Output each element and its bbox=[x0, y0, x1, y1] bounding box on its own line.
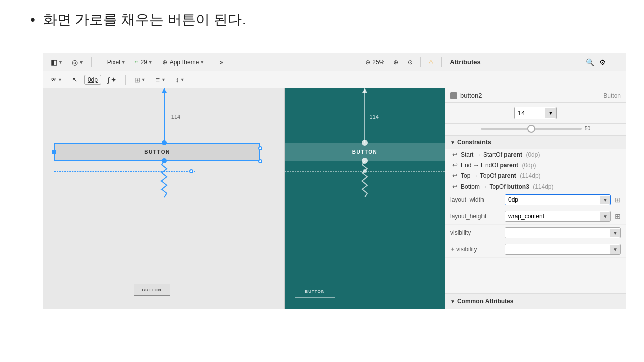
constraint-start-value: (0dp) bbox=[526, 151, 540, 158]
prop-layout-width: layout_width ▼ ⊞ bbox=[445, 192, 626, 208]
zoom-out-btn[interactable]: ⊖ 25% bbox=[362, 57, 388, 67]
theme-label: AppTheme bbox=[170, 59, 199, 66]
layout-width-dropdown[interactable]: ▼ bbox=[600, 196, 610, 204]
path-icon2: ✦ bbox=[111, 76, 117, 84]
pixel-selector-btn[interactable]: ☐ Pixel ▼ bbox=[96, 57, 129, 67]
canvas-area: BUTTON 114 bbox=[43, 88, 445, 309]
eye-icon: 👁 bbox=[51, 76, 57, 83]
zoom-in-btn[interactable]: ⊕ bbox=[390, 57, 402, 67]
layout-height-dropdown[interactable]: ▼ bbox=[600, 212, 610, 221]
eye-chevron: ▼ bbox=[58, 77, 62, 82]
warning-btn[interactable]: ⚠ bbox=[425, 57, 437, 67]
prev-vline-up bbox=[364, 88, 365, 143]
prev-zigzag-svg bbox=[360, 161, 370, 201]
slider-track[interactable] bbox=[481, 128, 582, 130]
constraint-start: ↩ Start → StartOf parent (0dp) bbox=[445, 149, 626, 160]
align-tool-btn[interactable]: ≡ ▼ bbox=[152, 74, 169, 85]
size-input[interactable] bbox=[515, 107, 545, 119]
component-row: button2 Button bbox=[445, 88, 626, 103]
more-options-btn[interactable]: » bbox=[216, 57, 227, 67]
korean-heading: • 화면 가로를 채우는 버튼이 된다. bbox=[30, 10, 246, 29]
prop-visibility: visibility ▼ bbox=[445, 225, 626, 241]
visibility-input-group: ▼ bbox=[505, 227, 621, 238]
main-toolbar: ◧ ▼ ◎ ▼ ☐ Pixel ▼ ≈ 29 ▼ ⊕ AppTheme ▼ » … bbox=[43, 53, 626, 71]
prop-layout-height-label: layout_height bbox=[450, 213, 501, 220]
ide-container: ◧ ▼ ◎ ▼ ☐ Pixel ▼ ≈ 29 ▼ ⊕ AppTheme ▼ » … bbox=[43, 53, 626, 309]
attr-settings-icon[interactable]: ⚙ bbox=[599, 58, 606, 66]
layout-height-input[interactable] bbox=[505, 211, 600, 221]
slider-thumb[interactable] bbox=[527, 125, 535, 133]
layers-icon: ◧ bbox=[51, 58, 57, 66]
cursor-tool-btn[interactable]: ↖ bbox=[69, 75, 81, 85]
size-dropdown-btn[interactable]: ▼ bbox=[545, 108, 556, 118]
grid-tool-btn[interactable]: ⊞ ▼ bbox=[131, 74, 149, 85]
prev-arrow-up bbox=[362, 88, 367, 93]
animated-visibility-input-group: ▼ bbox=[505, 244, 621, 255]
animated-visibility-input[interactable] bbox=[505, 244, 610, 254]
distribute-icon: ↕ bbox=[176, 76, 179, 84]
animated-visibility-dropdown[interactable]: ▼ bbox=[610, 245, 620, 254]
margin-input-btn[interactable]: 0dp bbox=[84, 75, 101, 85]
blueprint-panel[interactable]: BUTTON 114 bbox=[43, 88, 285, 309]
preview-button-label: BUTTON bbox=[352, 149, 377, 155]
constraint-start-icon: ↩ bbox=[452, 151, 458, 158]
bp-dashed-line bbox=[54, 171, 195, 172]
api-level-btn[interactable]: ≈ 29 ▼ bbox=[131, 57, 156, 67]
theme-icon: ⊕ bbox=[162, 59, 167, 66]
attr-close-icon[interactable]: — bbox=[611, 58, 618, 66]
toolbar-sep-3 bbox=[420, 57, 421, 67]
layout-width-side-icon[interactable]: ⊞ bbox=[615, 196, 621, 204]
zoom-fit-icon: ⊙ bbox=[408, 59, 413, 66]
right-handle bbox=[258, 146, 262, 150]
target-toggle-btn[interactable]: ◎ ▼ bbox=[68, 57, 87, 68]
constraint-end: ↩ End → EndOf parent (0dp) bbox=[445, 160, 626, 170]
toolbar2-sep-1 bbox=[125, 75, 126, 85]
korean-text-content: 화면 가로를 채우는 버튼이 된다. bbox=[43, 12, 246, 27]
prop-animated-visibility: ✦ visibility ▼ bbox=[445, 241, 626, 258]
view-toggle-btn[interactable]: ◧ ▼ bbox=[47, 57, 66, 68]
distribute-tool-btn[interactable]: ↕ ▼ bbox=[172, 74, 188, 85]
constraints-section-header[interactable]: ▼ Constraints bbox=[445, 136, 626, 149]
prop-visibility-label: visibility bbox=[450, 229, 501, 236]
constraint-start-text: Start → StartOf parent (0dp) bbox=[461, 151, 540, 158]
constraint-bottom-value: (114dp) bbox=[533, 183, 553, 190]
zoom-fit-btn[interactable]: ⊙ bbox=[404, 57, 416, 67]
eye-tool-btn[interactable]: 👁 ▼ bbox=[47, 75, 66, 85]
prev-dashed-circle bbox=[363, 169, 367, 173]
pixel-label: Pixel bbox=[107, 59, 120, 66]
visibility-dropdown[interactable]: ▼ bbox=[610, 229, 620, 237]
attr-search-icon[interactable]: 🔍 bbox=[586, 58, 594, 66]
attributes-panel: button2 Button ▼ 50 ▼ Con bbox=[445, 88, 626, 309]
constraint-bottom-icon: ↩ bbox=[452, 183, 458, 190]
align-icon: ≡ bbox=[156, 76, 160, 84]
common-attributes-section[interactable]: ▼ Common Attributes bbox=[445, 293, 626, 309]
cursor-icon: ↖ bbox=[72, 76, 77, 83]
blueprint-main-button[interactable]: BUTTON bbox=[54, 143, 260, 161]
theme-selector-btn[interactable]: ⊕ AppTheme ▼ bbox=[158, 57, 208, 67]
preview-small-button[interactable]: BUTTON bbox=[295, 285, 335, 298]
grid-icon: ⊞ bbox=[134, 76, 140, 84]
constraint-end-bold: parent bbox=[500, 162, 518, 169]
constraint-end-text: End → EndOf parent (0dp) bbox=[461, 162, 536, 169]
layout-width-input-group: ▼ bbox=[505, 194, 611, 205]
slider-value-label: 50 bbox=[585, 126, 590, 131]
pixel-icon: ☐ bbox=[99, 59, 105, 66]
target-icon: ◎ bbox=[72, 58, 78, 66]
zoom-level-label: 25% bbox=[372, 59, 384, 66]
component-name-group: button2 bbox=[450, 92, 482, 99]
layout-height-side-icon[interactable]: ⊞ bbox=[615, 212, 621, 220]
blueprint-button-label: BUTTON bbox=[144, 149, 170, 155]
path-tool-btn[interactable]: ∫ ✦ bbox=[104, 74, 120, 85]
constraint-top-icon: ↩ bbox=[452, 172, 458, 179]
bp-measure-label: 114 bbox=[171, 114, 180, 120]
layout-height-input-group: ▼ bbox=[505, 211, 611, 222]
constraint-end-icon: ↩ bbox=[452, 161, 458, 169]
margin-label: 0dp bbox=[88, 76, 98, 83]
layout-width-input[interactable] bbox=[505, 195, 600, 205]
bullet-point: • bbox=[30, 12, 35, 27]
size-input-group: ▼ bbox=[514, 107, 557, 119]
blueprint-small-button[interactable]: BUTTON bbox=[134, 284, 170, 296]
visibility-input[interactable] bbox=[505, 228, 610, 238]
api-label: 29 bbox=[140, 59, 147, 66]
prop-layout-width-label: layout_width bbox=[450, 196, 501, 203]
